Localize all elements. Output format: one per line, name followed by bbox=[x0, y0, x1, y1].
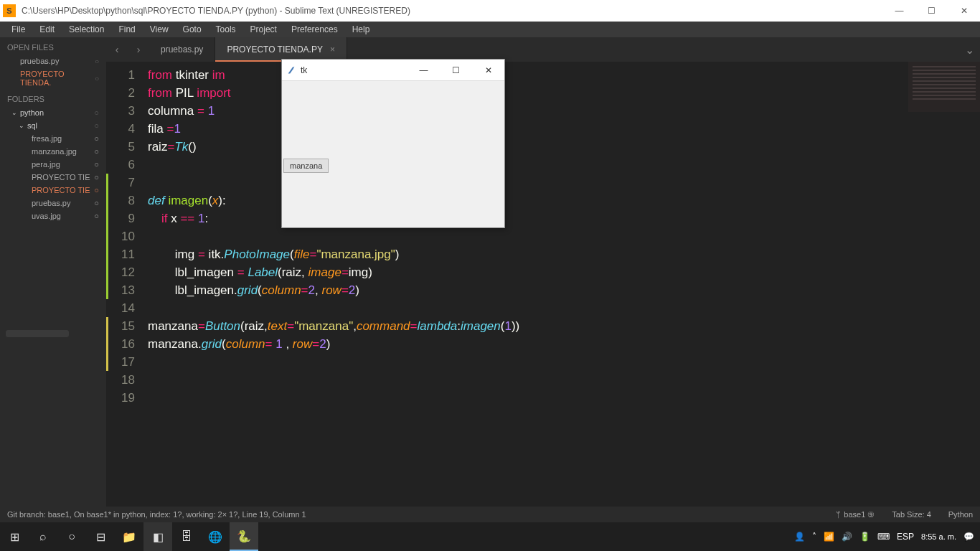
notifications-icon[interactable]: 💬 bbox=[963, 532, 974, 542]
battery-icon[interactable]: 🔋 bbox=[859, 532, 870, 542]
menu-edit[interactable]: Edit bbox=[32, 24, 62, 34]
minimize-button[interactable]: — bbox=[883, 0, 915, 22]
menu-bar: File Edit Selection Find View Goto Tools… bbox=[0, 22, 980, 37]
tree-file-label: PROYECTO TIE bbox=[32, 173, 90, 182]
search-button[interactable]: ⌕ bbox=[29, 522, 57, 551]
sidebar: OPEN FILES pruebas.py ○ PROYECTO TIENDA.… bbox=[0, 37, 106, 507]
folder-python[interactable]: ⌄ python ○ bbox=[0, 106, 106, 119]
tree-file[interactable]: PROYECTO TIE○ bbox=[0, 171, 106, 184]
wifi-icon[interactable]: 📶 bbox=[824, 532, 834, 542]
tab-label: PROYECTO TIENDA.PY bbox=[227, 44, 323, 55]
tab-bar: ‹ › pruebas.py PROYECTO TIENDA.PY × ⌄ bbox=[106, 37, 980, 62]
tree-file-label: manzana.jpg bbox=[32, 147, 77, 156]
tk-maximize-button[interactable]: ☐ bbox=[440, 60, 472, 81]
dirty-indicator-icon: ○ bbox=[94, 108, 99, 117]
tab-nav-back[interactable]: ‹ bbox=[106, 37, 128, 62]
open-file-item[interactable]: pruebas.py ○ bbox=[0, 55, 106, 67]
edge-icon[interactable]: 🌐 bbox=[201, 522, 230, 551]
tab-overflow-button[interactable]: ⌄ bbox=[958, 43, 980, 57]
dirty-indicator-icon: ○ bbox=[95, 57, 99, 65]
tk-close-button[interactable]: ✕ bbox=[472, 60, 504, 81]
menu-help[interactable]: Help bbox=[345, 24, 377, 34]
tab-nav-forward[interactable]: › bbox=[128, 37, 149, 62]
status-language[interactable]: Python bbox=[948, 510, 973, 519]
tab-proyecto-tienda[interactable]: PROYECTO TIENDA.PY × bbox=[215, 37, 347, 62]
dirty-indicator-icon: ○ bbox=[94, 121, 99, 130]
tree-file-label: pruebas.py bbox=[32, 199, 70, 207]
menu-tools[interactable]: Tools bbox=[209, 24, 243, 34]
maximize-button[interactable]: ☐ bbox=[915, 0, 948, 22]
menu-goto[interactable]: Goto bbox=[176, 24, 209, 34]
menu-file[interactable]: File bbox=[4, 24, 32, 34]
tab-pruebas[interactable]: pruebas.py bbox=[149, 37, 215, 62]
keyboard-icon[interactable]: ⌨ bbox=[877, 532, 890, 542]
people-icon[interactable]: 👤 bbox=[794, 532, 805, 542]
tree-file-label: pera.jpg bbox=[32, 160, 60, 169]
folder-label: sql bbox=[27, 121, 37, 130]
taskbar-clock[interactable]: 8:55 a. m. bbox=[921, 532, 956, 542]
open-file-label: PROYECTO TIENDA. bbox=[20, 70, 95, 87]
dirty-indicator-icon: ○ bbox=[95, 75, 99, 83]
folder-label: python bbox=[20, 108, 44, 117]
menu-find[interactable]: Find bbox=[111, 24, 142, 34]
tk-window[interactable]: tk — ☐ ✕ manzana bbox=[281, 59, 505, 228]
tree-file[interactable]: pruebas.py○ bbox=[0, 197, 106, 209]
close-icon[interactable]: × bbox=[330, 44, 335, 55]
tree-file[interactable]: uvas.jpg○ bbox=[0, 209, 106, 222]
tree-file[interactable]: fresa.jpg○ bbox=[0, 132, 106, 145]
tray-chevron-icon[interactable]: ˄ bbox=[812, 532, 816, 542]
cortana-button[interactable]: ○ bbox=[57, 522, 86, 551]
close-button[interactable]: ✕ bbox=[948, 0, 980, 22]
start-button[interactable]: ⊞ bbox=[0, 522, 29, 551]
menu-project[interactable]: Project bbox=[243, 24, 284, 34]
status-left: Git branch: base1, On base1* in python, … bbox=[7, 510, 819, 519]
tree-file[interactable]: manzana.jpg○ bbox=[0, 145, 106, 158]
menu-preferences[interactable]: Preferences bbox=[284, 24, 345, 34]
dirty-indicator-icon: ○ bbox=[94, 186, 99, 194]
open-files-header: OPEN FILES bbox=[0, 37, 106, 55]
chevron-down-icon: ⌄ bbox=[11, 109, 17, 116]
dirty-indicator-icon: ○ bbox=[94, 134, 99, 143]
python-app-icon[interactable]: 🐍 bbox=[230, 522, 258, 551]
sublime-icon: S bbox=[3, 4, 16, 17]
windows-taskbar: ⊞ ⌕ ○ ⊟ 📁 ◧ 🗄 🌐 🐍 👤 ˄ 📶 🔊 🔋 ⌨ ESP 8:55 a… bbox=[0, 522, 980, 551]
tree-file-label: uvas.jpg bbox=[32, 212, 61, 220]
folders-header: FOLDERS bbox=[0, 89, 106, 106]
sidebar-scrollbar[interactable] bbox=[6, 330, 69, 337]
menu-selection[interactable]: Selection bbox=[62, 24, 111, 34]
db-app-icon[interactable]: 🗄 bbox=[172, 522, 201, 551]
tree-file[interactable]: pera.jpg○ bbox=[0, 158, 106, 171]
open-file-label: pruebas.py bbox=[20, 57, 59, 65]
dirty-indicator-icon: ○ bbox=[94, 199, 99, 207]
menu-view[interactable]: View bbox=[143, 24, 176, 34]
tree-file[interactable]: PROYECTO TIE○ bbox=[0, 184, 106, 197]
open-file-item[interactable]: PROYECTO TIENDA. ○ bbox=[0, 67, 106, 89]
line-gutter: 12345678910111213141516171819 bbox=[106, 62, 142, 507]
window-title: C:\Users\HP\Desktop\python\sql\PROYECTO … bbox=[22, 6, 883, 16]
sublime-taskbar-icon[interactable]: ◧ bbox=[143, 522, 172, 551]
language-indicator[interactable]: ESP bbox=[897, 532, 914, 542]
tree-file-label: fresa.jpg bbox=[32, 134, 62, 143]
system-tray: 👤 ˄ 📶 🔊 🔋 ⌨ ESP 8:55 a. m. 💬 bbox=[794, 532, 980, 542]
task-view-button[interactable]: ⊟ bbox=[86, 522, 115, 551]
dirty-indicator-icon: ○ bbox=[94, 212, 99, 220]
dirty-indicator-icon: ○ bbox=[94, 147, 99, 156]
status-branch[interactable]: ᛘbase1 ⑨ bbox=[836, 510, 875, 519]
tree-file-label: PROYECTO TIE bbox=[32, 186, 90, 194]
manzana-button[interactable]: manzana bbox=[283, 159, 329, 173]
folder-sql[interactable]: ⌄ sql ○ bbox=[0, 119, 106, 132]
tk-titlebar[interactable]: tk — ☐ ✕ bbox=[282, 60, 504, 81]
status-tab-size[interactable]: Tab Size: 4 bbox=[892, 510, 930, 519]
file-explorer-icon[interactable]: 📁 bbox=[115, 522, 143, 551]
tk-minimize-button[interactable]: — bbox=[407, 60, 440, 81]
tk-window-title: tk bbox=[301, 65, 407, 75]
tk-feather-icon bbox=[286, 65, 296, 75]
status-bar: Git branch: base1, On base1* in python, … bbox=[0, 507, 980, 522]
tab-label: pruebas.py bbox=[161, 44, 203, 55]
volume-icon[interactable]: 🔊 bbox=[842, 532, 852, 542]
minimap[interactable] bbox=[908, 62, 980, 112]
window-titlebar: S C:\Users\HP\Desktop\python\sql\PROYECT… bbox=[0, 0, 980, 22]
code-editor[interactable]: 12345678910111213141516171819 from tkint… bbox=[106, 62, 980, 507]
chevron-down-icon: ⌄ bbox=[19, 122, 24, 129]
dirty-indicator-icon: ○ bbox=[94, 173, 99, 182]
